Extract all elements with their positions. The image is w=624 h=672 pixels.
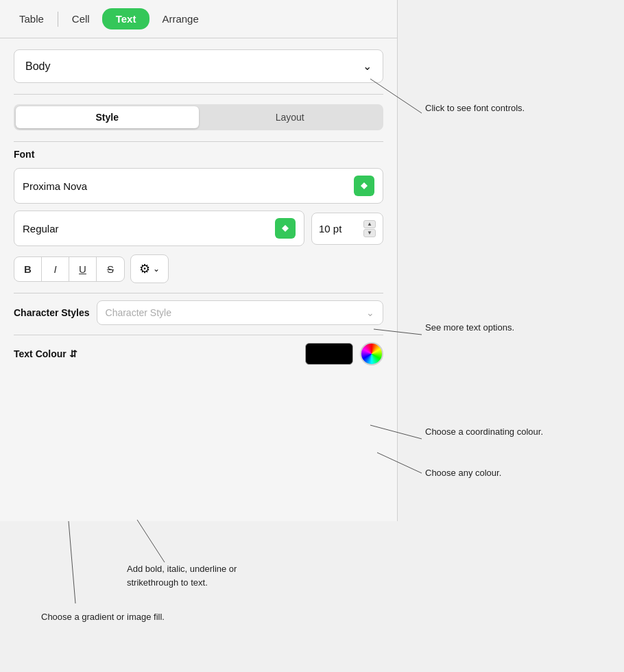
font-name-stepper[interactable]	[354, 176, 374, 196]
font-section-heading: Font	[14, 149, 383, 160]
callout-any-colour: Choose any colour.	[425, 466, 501, 480]
callout-font-controls: Click to see font controls.	[425, 101, 525, 115]
text-colour-label: Text Colour ⇵	[14, 348, 77, 359]
colour-wheel-button[interactable]	[360, 342, 383, 365]
character-style-placeholder: Character Style	[106, 307, 171, 318]
format-group: B I U S	[14, 256, 125, 282]
divider-2	[14, 141, 383, 142]
font-size-value: 10 pt	[319, 223, 341, 235]
panel-content: Body ⌄ Style Layout Font Proxima Nova	[0, 38, 397, 376]
more-text-options-button[interactable]: ⚙ ⌄	[130, 254, 169, 283]
style-toggle-btn[interactable]: Style	[16, 106, 199, 128]
font-style-dropdown[interactable]: Regular	[14, 211, 304, 246]
callout-gradient-fill: Choose a gradient or image fill.	[41, 610, 178, 624]
svg-marker-1	[361, 186, 368, 189]
inspector-panel: Table Cell Text Arrange Body ⌄ Style Lay…	[0, 0, 398, 521]
text-colour-row: Text Colour ⇵	[14, 342, 383, 365]
paragraph-style-dropdown[interactable]: Body ⌄	[14, 49, 383, 83]
divider-4	[14, 335, 383, 335]
callout-text-options: See more text options.	[425, 321, 514, 335]
tab-bar: Table Cell Text Arrange	[0, 0, 397, 38]
bold-button[interactable]: B	[14, 257, 42, 281]
font-name-value: Proxima Nova	[23, 180, 87, 192]
layout-toggle-btn[interactable]: Layout	[199, 106, 382, 128]
character-styles-row: Character Styles Character Style ⌄	[14, 300, 383, 325]
font-size-down-btn[interactable]: ▼	[363, 229, 376, 237]
strikethrough-button[interactable]: S	[97, 257, 124, 281]
font-name-dropdown[interactable]: Proxima Nova	[14, 168, 383, 204]
divider-3	[14, 293, 383, 293]
font-size-stepper[interactable]: ▲ ▼	[363, 220, 376, 237]
svg-marker-2	[282, 225, 289, 228]
gear-icon: ⚙	[139, 261, 150, 276]
tab-table[interactable]: Table	[7, 8, 56, 30]
character-style-dropdown[interactable]: Character Style ⌄	[97, 300, 383, 325]
chevron-down-icon: ⌄	[363, 60, 372, 73]
callout-coordinating-colour: Choose a coordinating colour.	[425, 425, 562, 439]
style-layout-toggle: Style Layout	[14, 104, 383, 130]
font-style-size-row: Regular 10 pt ▲ ▼	[14, 211, 383, 246]
tab-cell[interactable]: Cell	[60, 8, 102, 30]
font-size-up-btn[interactable]: ▲	[363, 220, 376, 228]
tab-divider-1	[58, 12, 58, 27]
svg-line-9	[69, 521, 75, 603]
divider-1	[14, 94, 383, 95]
colour-swatch[interactable]	[305, 343, 353, 365]
callout-bold-italic: Add bold, italic, underline or strikethr…	[127, 562, 285, 589]
chevron-down-icon: ⌄	[153, 264, 160, 274]
svg-marker-3	[282, 228, 289, 232]
italic-button[interactable]: I	[42, 257, 69, 281]
tab-text[interactable]: Text	[102, 8, 150, 29]
text-format-row: B I U S ⚙ ⌄	[14, 254, 383, 283]
svg-line-8	[137, 520, 165, 562]
font-style-value: Regular	[23, 223, 59, 235]
tab-arrange[interactable]: Arrange	[149, 8, 211, 30]
font-style-stepper[interactable]	[275, 218, 296, 239]
character-styles-label: Character Styles	[14, 307, 90, 318]
font-size-field[interactable]: 10 pt ▲ ▼	[311, 213, 383, 245]
underline-button[interactable]: U	[69, 257, 97, 281]
svg-marker-0	[361, 182, 368, 186]
paragraph-style-value: Body	[25, 60, 50, 73]
chevron-down-icon: ⌄	[366, 307, 374, 318]
text-colour-stepper-icon[interactable]: ⇵	[69, 348, 77, 359]
